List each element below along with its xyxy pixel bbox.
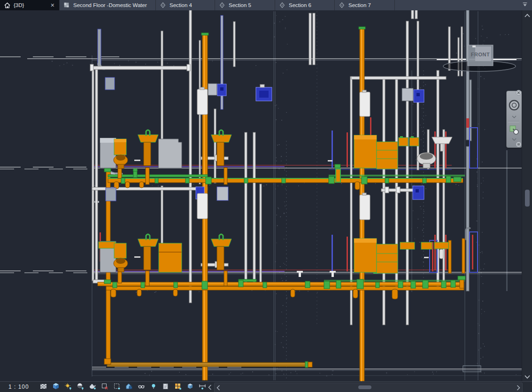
scroll-left-button[interactable]: [215, 383, 222, 392]
pipe-segment: [114, 243, 126, 258]
texture-speckle: [481, 309, 482, 310]
texture-speckle: [476, 242, 477, 242]
pipe-segment: [416, 93, 420, 96]
visual-style-button[interactable]: [50, 382, 62, 392]
pipe-segment: [336, 280, 341, 288]
texture-speckle: [286, 112, 287, 113]
texture-speckle: [425, 115, 426, 116]
texture-speckle: [158, 185, 158, 186]
viewcube-front-label: FRONT: [471, 52, 490, 57]
texture-speckle: [482, 253, 483, 253]
texture-speckle: [482, 232, 483, 232]
texture-speckle: [285, 169, 285, 170]
texture-speckle: [478, 333, 479, 334]
pipe-segment: [313, 13, 315, 65]
show-crop-region-icon: [113, 383, 121, 392]
texture-speckle: [157, 62, 158, 63]
texture-speckle: [285, 27, 285, 28]
view-control-bar: 1 : 100: [0, 381, 532, 392]
pipe-segment: [125, 182, 130, 188]
temporary-view-properties-button[interactable]: [160, 382, 172, 392]
texture-speckle: [415, 238, 415, 239]
crop-view-button[interactable]: [99, 382, 111, 392]
texture-speckle: [484, 78, 485, 79]
pipe-segment: [336, 169, 340, 182]
texture-speckle: [283, 305, 284, 306]
texture-speckle: [414, 371, 415, 372]
close-view-icon[interactable]: ×: [50, 2, 55, 8]
pipe-segment: [451, 280, 455, 287]
pipe-segment: [330, 271, 336, 273]
vertical-scroll-thumb[interactable]: [525, 190, 530, 207]
pipe-segment: [328, 160, 332, 161]
texture-speckle: [156, 291, 156, 292]
texture-speckle: [421, 209, 421, 209]
vertical-scrollbar[interactable]: [522, 10, 532, 381]
texture-speckle: [284, 374, 284, 375]
view-scale-button[interactable]: 1 : 100: [8, 384, 29, 390]
tab-second-floor-domestic-water[interactable]: Second Floor -Domestic Water: [60, 0, 156, 10]
pipe-segment: [402, 88, 413, 101]
texture-speckle: [285, 206, 285, 206]
detail-level-button[interactable]: [38, 382, 50, 392]
texture-speckle: [458, 185, 459, 185]
pipe-segment: [245, 132, 247, 284]
texture-speckle: [425, 85, 426, 85]
pipe-segment: [200, 87, 204, 90]
tab-3d-view[interactable]: {3D} ×: [0, 0, 60, 10]
scroll-up-button[interactable]: [522, 11, 532, 20]
texture-speckle: [276, 62, 277, 63]
texture-speckle: [424, 211, 424, 212]
tab-section-4[interactable]: Section 4: [156, 0, 215, 10]
texture-speckle: [483, 357, 483, 358]
show-rendering-dialog-button[interactable]: [86, 382, 99, 392]
texture-speckle: [285, 274, 285, 275]
texture-speckle: [284, 239, 285, 239]
pipe-segment: [217, 246, 224, 270]
steering-wheel-button[interactable]: [508, 98, 521, 113]
texture-speckle: [483, 177, 483, 178]
pipe-segment: [335, 164, 340, 168]
horizontal-scroll-thumb[interactable]: [358, 385, 371, 389]
texture-speckle: [241, 374, 241, 375]
temporary-hide-isolate-button[interactable]: [135, 382, 147, 392]
tab-section-7[interactable]: Section 7: [335, 0, 395, 10]
shadows-button[interactable]: [74, 382, 86, 392]
locked-3d-view-button[interactable]: [123, 382, 135, 392]
navigation-bar-close-button[interactable]: [515, 89, 522, 96]
section-marker-icon: [160, 2, 167, 9]
texture-speckle: [283, 336, 284, 337]
tab-section-5[interactable]: Section 5: [215, 0, 275, 10]
show-crop-region-button[interactable]: [111, 382, 123, 392]
pipe-segment: [413, 186, 424, 200]
pipe-segment: [201, 33, 208, 35]
pipe-segment: [98, 283, 464, 284]
scroll-right-button[interactable]: [515, 383, 522, 392]
pipe-segment: [95, 67, 98, 281]
navigation-bar-options-button[interactable]: [515, 141, 522, 147]
horizontal-scrollbar[interactable]: [214, 383, 523, 392]
texture-speckle: [231, 372, 231, 373]
scroll-down-button[interactable]: [522, 373, 532, 381]
texture-speckle: [463, 33, 464, 34]
wheel-options-chevron-icon[interactable]: [510, 115, 518, 119]
zoom-region-button[interactable]: [508, 124, 521, 136]
texture-speckle: [281, 342, 281, 343]
tab-section-6[interactable]: Section 6: [275, 0, 335, 10]
texture-speckle: [278, 186, 278, 186]
highlight-displacement-sets-button[interactable]: [184, 382, 196, 392]
tab-overflow-button[interactable]: [518, 0, 532, 10]
texture-speckle: [274, 23, 275, 24]
model-viewport-canvas[interactable]: FRONT: [0, 10, 522, 381]
collapse-icons-button[interactable]: [207, 382, 213, 392]
texture-speckle: [416, 160, 416, 160]
reveal-hidden-elements-button[interactable]: [147, 382, 160, 392]
texture-speckle: [286, 298, 287, 299]
tab-label: Section 5: [229, 2, 251, 8]
texture-speckle: [308, 291, 308, 292]
show-analytical-model-button[interactable]: [172, 382, 184, 392]
texture-speckle: [72, 65, 73, 65]
texture-speckle: [282, 323, 283, 324]
texture-speckle: [421, 184, 422, 184]
sun-path-button[interactable]: [62, 382, 74, 392]
